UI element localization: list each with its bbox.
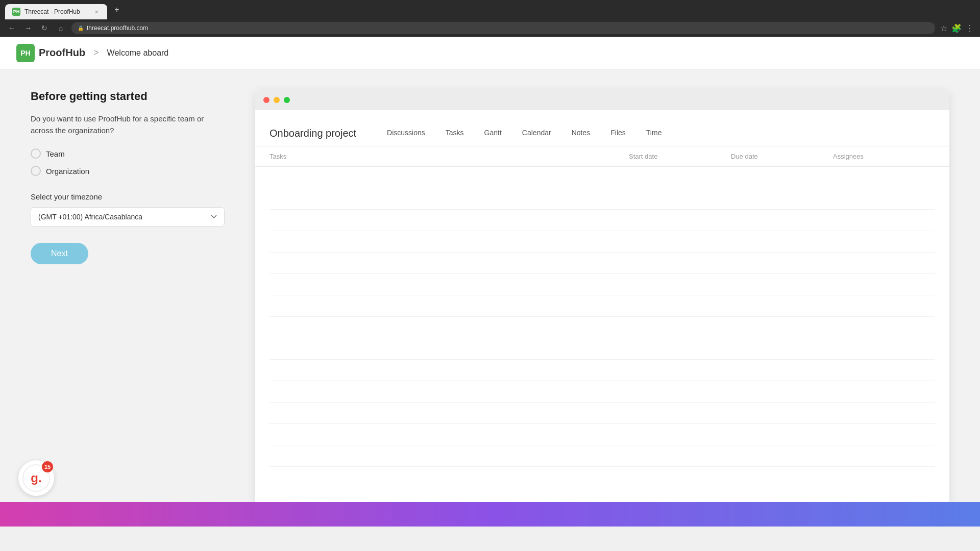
bookmark-button[interactable]: ☆: [940, 23, 947, 33]
table-row: [270, 167, 935, 188]
radio-team[interactable]: Team: [31, 148, 225, 159]
mock-traffic-light-yellow: [274, 97, 280, 103]
breadcrumb: Welcome aboard: [107, 48, 169, 58]
table-row: [270, 231, 935, 253]
g2-badge-count: 15: [42, 461, 53, 472]
mock-traffic-light-red: [263, 97, 270, 103]
new-tab-button[interactable]: +: [109, 2, 125, 17]
bottom-gradient-bar: [0, 502, 980, 527]
next-button[interactable]: Next: [31, 243, 88, 264]
section-question: Do you want to use ProofHub for a specif…: [31, 113, 225, 136]
mock-tab-notes[interactable]: Notes: [561, 120, 601, 146]
content-area: Before getting started Do you want to us…: [0, 69, 980, 527]
tab-close-button[interactable]: ✕: [93, 8, 100, 15]
logo-icon: PH: [16, 44, 35, 62]
table-row: [270, 381, 935, 403]
table-row: [270, 424, 935, 445]
table-row: [270, 317, 935, 338]
address-url: threecat.proofhub.com: [87, 24, 148, 32]
mock-traffic-light-green: [284, 97, 290, 103]
table-row: [270, 403, 935, 424]
forward-button[interactable]: →: [22, 22, 34, 34]
address-bar[interactable]: 🔒 threecat.proofhub.com: [71, 22, 935, 34]
mock-titlebar: [255, 90, 949, 110]
mock-tab-files[interactable]: Files: [600, 120, 636, 146]
mock-tab-gantt[interactable]: Gantt: [474, 120, 512, 146]
mock-table: Tasks Start date Due date Assignees: [255, 146, 949, 467]
usage-radio-group: Team Organization: [31, 148, 225, 176]
table-row: [270, 188, 935, 210]
table-row: [270, 253, 935, 274]
col-due-date: Due date: [731, 153, 833, 160]
address-lock-icon: 🔒: [78, 26, 84, 31]
radio-label-team: Team: [46, 149, 65, 158]
mock-table-rows: [255, 167, 949, 467]
mock-nav-tabs: Discussions Tasks Gantt Calendar Notes F…: [377, 120, 672, 146]
top-nav: PH ProofHub > Welcome aboard: [0, 37, 980, 69]
home-button[interactable]: ⌂: [55, 22, 66, 34]
timezone-select[interactable]: (GMT +01:00) Africa/Casablanca (GMT +00:…: [31, 207, 225, 227]
menu-button[interactable]: ⋮: [966, 23, 974, 33]
col-start-date: Start date: [629, 153, 731, 160]
breadcrumb-separator: >: [93, 47, 99, 58]
mock-tab-tasks[interactable]: Tasks: [435, 120, 474, 146]
left-panel: Before getting started Do you want to us…: [31, 90, 225, 506]
mock-content: Onboarding project Discussions Tasks Gan…: [255, 110, 949, 506]
radio-label-organization: Organization: [46, 167, 89, 176]
browser-chrome: PH Threecat - ProofHub ✕ + ← → ↻ ⌂ 🔒 thr…: [0, 0, 980, 37]
logo-text: ProofHub: [39, 47, 85, 59]
mock-tab-calendar[interactable]: Calendar: [512, 120, 561, 146]
radio-organization[interactable]: Organization: [31, 166, 225, 176]
radio-circle-team: [31, 148, 41, 159]
tab-title: Threecat - ProofHub: [24, 8, 80, 15]
reload-button[interactable]: ↻: [39, 22, 50, 34]
section-title: Before getting started: [31, 90, 225, 103]
table-row: [270, 274, 935, 295]
g2-badge[interactable]: g. 15: [18, 460, 54, 496]
table-row: [270, 445, 935, 467]
back-button[interactable]: ←: [6, 22, 17, 34]
browser-tab[interactable]: PH Threecat - ProofHub ✕: [5, 4, 107, 19]
col-tasks: Tasks: [270, 153, 629, 160]
mock-project-name: Onboarding project: [270, 128, 356, 139]
mock-project-header: Onboarding project Discussions Tasks Gan…: [255, 110, 949, 146]
logo: PH ProofHub: [16, 44, 85, 62]
extensions-button[interactable]: 🧩: [951, 23, 962, 33]
table-row: [270, 210, 935, 231]
timezone-label: Select your timezone: [31, 192, 225, 201]
table-row: [270, 295, 935, 317]
mock-tab-discussions[interactable]: Discussions: [377, 120, 435, 146]
mock-table-header: Tasks Start date Due date Assignees: [255, 146, 949, 167]
page-body: PH ProofHub > Welcome aboard Before gett…: [0, 37, 980, 527]
radio-circle-organization: [31, 166, 41, 176]
g2-badge-text: g.: [31, 471, 41, 485]
table-row: [270, 360, 935, 381]
right-panel: Onboarding project Discussions Tasks Gan…: [255, 90, 949, 506]
col-assignees: Assignees: [833, 153, 935, 160]
tab-favicon: PH: [12, 8, 20, 16]
g2-badge-inner: g. 15: [22, 464, 50, 492]
mock-tab-time[interactable]: Time: [636, 120, 672, 146]
table-row: [270, 338, 935, 360]
